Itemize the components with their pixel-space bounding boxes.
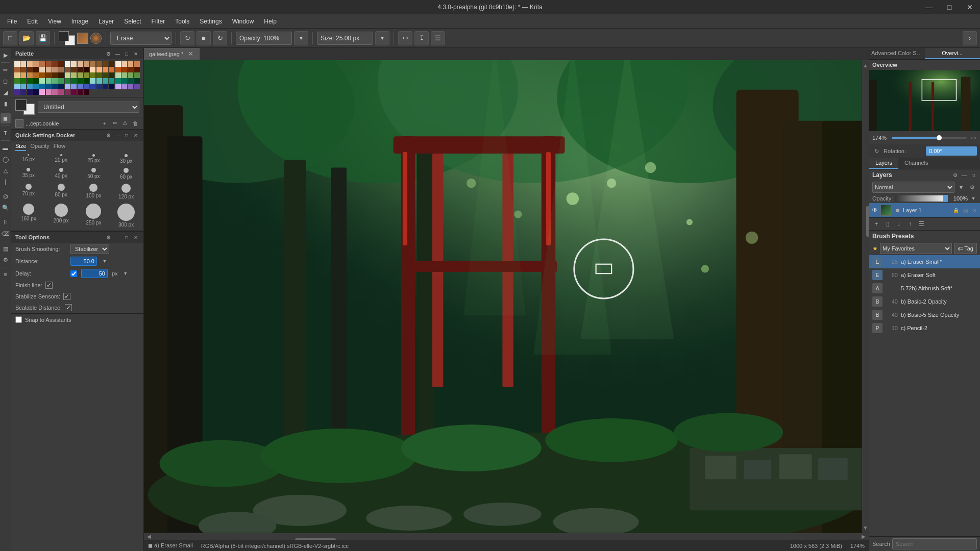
layer-delete-btn[interactable]: ✕	[971, 207, 978, 214]
palette-color-87[interactable]	[58, 84, 64, 89]
palette-color-45[interactable]	[46, 72, 52, 78]
delay-spinner[interactable]: ▼	[122, 270, 129, 277]
palette-color-18[interactable]	[128, 61, 133, 67]
palette-color-97[interactable]	[121, 84, 127, 89]
layers-minimize-btn[interactable]: —	[961, 171, 968, 179]
opacity-control[interactable]: Opacity: 100%	[236, 32, 292, 45]
palette-color-53[interactable]	[96, 72, 102, 78]
quick-settings-header[interactable]: Quick Settings Docker ⚙ — □ ✕	[11, 130, 143, 141]
palette-color-44[interactable]	[39, 72, 45, 78]
tool-brush[interactable]: ◼	[1, 113, 11, 123]
palette-color-71[interactable]	[84, 78, 89, 84]
palette-color-1[interactable]	[20, 61, 26, 67]
palette-color-67[interactable]	[58, 78, 64, 84]
palette-color-89[interactable]	[71, 84, 77, 89]
palette-color-70[interactable]	[78, 78, 83, 84]
qs-settings-btn[interactable]: ⚙	[105, 132, 112, 139]
tool-fill[interactable]: ◢	[1, 87, 11, 97]
scroll-left-btn[interactable]: ◀	[144, 534, 154, 539]
tool-polygon[interactable]: △	[1, 165, 11, 176]
brush-size-item-10[interactable]: 100 px	[79, 183, 109, 201]
delay-checkbox[interactable]	[70, 270, 77, 277]
brush-size-item-9[interactable]: 80 px	[46, 183, 77, 201]
menu-edit[interactable]: Edit	[22, 16, 43, 27]
palette-color-24[interactable]	[39, 67, 45, 72]
palette-color-93[interactable]	[96, 84, 102, 89]
palette-color-81[interactable]	[20, 84, 26, 89]
brush-warning-btn[interactable]: ⚠	[121, 119, 129, 128]
palette-color-95[interactable]	[109, 84, 114, 89]
palette-color-36[interactable]	[115, 67, 121, 72]
brush-size-item-5[interactable]: 40 px	[46, 167, 77, 181]
tool-shape[interactable]: ▬	[1, 143, 11, 153]
menu-image[interactable]: Image	[66, 16, 93, 27]
palette-color-79[interactable]	[134, 78, 140, 84]
palette-color-88[interactable]	[65, 84, 70, 89]
duplicate-layer-btn[interactable]: ▯	[883, 219, 893, 229]
palette-color-9[interactable]	[71, 61, 77, 67]
new-file-button[interactable]: □	[3, 31, 17, 45]
bp-search-input[interactable]	[892, 538, 977, 549]
palette-color-61[interactable]	[20, 78, 26, 84]
palette-color-78[interactable]	[128, 78, 133, 84]
palette-color-39[interactable]	[134, 67, 140, 72]
palette-color-94[interactable]	[103, 84, 108, 89]
palette-color-102[interactable]	[27, 89, 33, 95]
layer-properties-btn[interactable]: ☰	[916, 219, 926, 229]
palette-color-91[interactable]	[84, 84, 89, 89]
brush-size-item-11[interactable]: 120 px	[111, 183, 141, 201]
palette-color-57[interactable]	[121, 72, 127, 78]
layer-item-1[interactable]: 👁 ◼ Layer 1 🔒 ▤ ✕	[869, 203, 980, 217]
tab-size[interactable]: Size	[15, 142, 26, 151]
palette-color-12[interactable]	[90, 61, 95, 67]
menu-layer[interactable]: Layer	[93, 16, 119, 27]
mirror-v-button[interactable]: ↧	[414, 31, 429, 45]
palette-color-69[interactable]	[71, 78, 77, 84]
brush-delete-btn[interactable]: 🗑	[131, 119, 139, 128]
palette-color-2[interactable]	[27, 61, 33, 67]
brush-preset-selector[interactable]: Erase Paint Fill	[110, 32, 172, 45]
palette-color-85[interactable]	[46, 84, 52, 89]
palette-color-40[interactable]	[14, 72, 20, 78]
minimize-button[interactable]: —	[919, 0, 939, 14]
snap-checkbox[interactable]	[15, 316, 22, 323]
palette-color-7[interactable]	[58, 61, 64, 67]
brush-size-item-12[interactable]: 160 px	[13, 203, 44, 229]
palette-color-51[interactable]	[84, 72, 89, 78]
palette-color-62[interactable]	[27, 78, 33, 84]
close-button[interactable]: ✕	[960, 0, 980, 14]
to-minimize-btn[interactable]: —	[114, 234, 121, 241]
opacity-down-button[interactable]: ▼	[294, 31, 308, 45]
tool-freehand[interactable]: ✏	[1, 65, 11, 75]
palette-color-16[interactable]	[115, 61, 121, 67]
menu-select[interactable]: Select	[119, 16, 146, 27]
palette-settings-btn[interactable]: ⚙	[105, 50, 112, 57]
menu-view[interactable]: View	[43, 16, 66, 27]
palette-color-31[interactable]	[84, 67, 89, 72]
palette-color-25[interactable]	[46, 67, 52, 72]
palette-color-109[interactable]	[71, 89, 77, 95]
pattern-selector[interactable]	[77, 33, 88, 44]
tool-measure[interactable]: ⌬	[1, 191, 11, 202]
palette-color-54[interactable]	[103, 72, 108, 78]
size-control[interactable]: Size: 25.00 px	[317, 32, 373, 45]
palette-float-btn[interactable]: □	[123, 50, 130, 57]
open-file-button[interactable]: 📂	[19, 31, 34, 45]
palette-color-10[interactable]	[78, 61, 83, 67]
palette-color-11[interactable]	[84, 61, 89, 67]
brush-size-item-2[interactable]: 25 px	[79, 153, 109, 165]
brush-size-item-3[interactable]: 30 px	[111, 153, 141, 165]
palette-color-83[interactable]	[33, 84, 39, 89]
zoom-slider-thumb[interactable]	[937, 135, 942, 140]
palette-color-17[interactable]	[121, 61, 127, 67]
palette-color-55[interactable]	[109, 72, 114, 78]
menu-settings[interactable]: Settings	[194, 16, 227, 27]
menu-window[interactable]: Window	[227, 16, 259, 27]
h-scroll-thumb[interactable]	[295, 538, 336, 540]
opacity-slider[interactable]	[895, 195, 948, 202]
layer-alpha-lock-btn[interactable]: ▤	[962, 207, 969, 214]
horizontal-scrollbar[interactable]: ◀ ▶	[144, 533, 869, 540]
palette-color-103[interactable]	[33, 89, 39, 95]
palette-color-35[interactable]	[109, 67, 114, 72]
bp-filter-select[interactable]: My Favorites All	[880, 243, 952, 254]
